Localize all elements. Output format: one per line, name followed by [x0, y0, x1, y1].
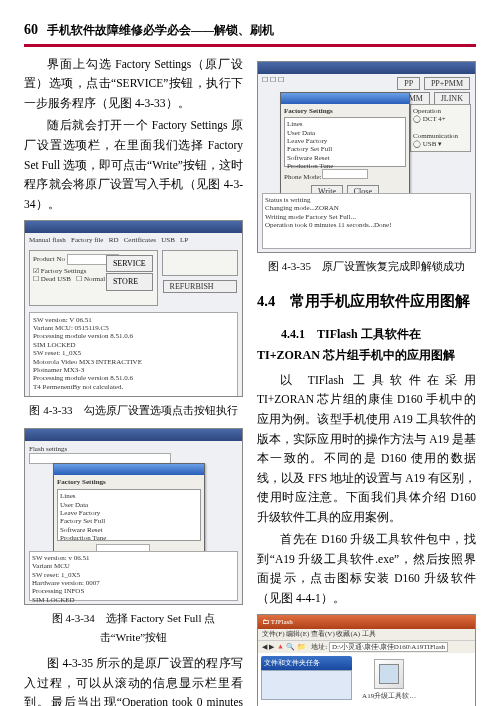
figure-4-3-34: Flash settings Factory Settings Lines Us…: [24, 428, 243, 605]
info-pane: SW version: V 06.51 Variant MCU: 0515119…: [29, 312, 238, 398]
exe-icon[interactable]: [374, 659, 404, 689]
refurbish-button[interactable]: REFURBISH: [163, 280, 237, 294]
figure-caption: 图 4-3-35 原厂设置恢复完成即解锁成功: [257, 257, 476, 276]
figure-caption: 图 4-3-34 选择 Factory Set Full 点击“Write”按钮: [24, 609, 243, 646]
figure-caption: 图 4-3-33 勾选原厂设置选项点击按钮执行: [24, 401, 243, 420]
window-titlebar: [25, 221, 242, 233]
section-heading: 4.4 常用手机应用软件应用图解: [257, 289, 476, 314]
para: 首先在 D160 升级工具软件包中，找到“A19 升级工具软件.exe”，然后按…: [257, 530, 476, 608]
para: 图 4-3-35 所示的是原厂设置的程序写入过程，可以从滚动的信息显示栏里看到。…: [24, 654, 243, 706]
para: 界面上勾选 Factory Settings（原厂设置）选项，点击“SERVIC…: [24, 55, 243, 114]
subsection-heading: 4.4.1 TIFlash 工具软件在 TI+ZORAN 芯片组手机中的应用图解: [257, 324, 476, 365]
left-column: 界面上勾选 Factory Settings（原厂设置）选项，点击“SERVIC…: [24, 55, 243, 706]
menu-bar[interactable]: 文件(F) 编辑(E) 查看(V) 收藏(A) 工具: [258, 629, 475, 639]
figure-4-3-35: ☐ ☐ ☐ PP PP+PMM PMM JLINK Operation◯ DCT…: [257, 61, 476, 253]
page-header: 60 手机软件故障维修必学必会——解锁、刷机: [24, 18, 476, 47]
page-number: 60: [24, 22, 38, 37]
figure-4-4-1: 🗀 TJFlash 文件(F) 编辑(E) 查看(V) 收藏(A) 工具 ◀ ▶…: [257, 614, 476, 706]
service-button[interactable]: SERVICE: [106, 255, 153, 273]
info-pane: SW version: v 06.51 Variant MCU SW reset…: [29, 551, 238, 601]
para: 以 TIFlash 工具软件在采用 TI+ZORAN 芯片组的康佳 D160 手…: [257, 371, 476, 527]
book-title: 手机软件故障维修必学必会——解锁、刷机: [47, 24, 274, 36]
para: 随后就会打开一个 Factory Settings 原厂设置选项栏，在里面我们选…: [24, 116, 243, 214]
window-titlebar: 🗀 TJFlash: [258, 615, 475, 629]
window-titlebar: [25, 429, 242, 441]
toolbar: Manual flash Factory file RD Certificate…: [25, 233, 242, 247]
toolbar[interactable]: ◀ ▶ 🔺 🔍 📁 地址: D:\小灵通\康佳\康佳D160\A19TIFlas…: [258, 640, 475, 653]
right-column: ☐ ☐ ☐ PP PP+PMM PMM JLINK Operation◯ DCT…: [257, 55, 476, 706]
figure-4-3-33: Manual flash Factory file RD Certificate…: [24, 220, 243, 397]
status-log: Status is writing Changing mode...ZORAN …: [262, 193, 471, 249]
store-button[interactable]: STORE: [106, 273, 153, 291]
file-label: A19升级工具软…: [361, 692, 417, 700]
